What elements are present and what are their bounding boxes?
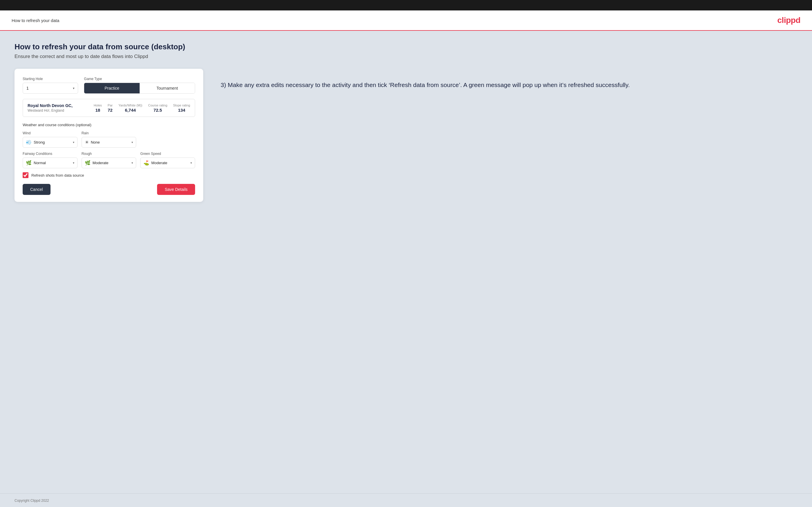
- fairway-rough-green-row: Fairway Conditions 🌿 Normal Soft Hard ▾ …: [22, 152, 195, 168]
- header-title: How to refresh your data: [12, 18, 59, 23]
- fairway-chevron-icon: ▾: [73, 161, 74, 164]
- form-card: Starting Hole 1 10 ▾ Game Type Practice …: [14, 69, 203, 202]
- slope-rating-value: 134: [173, 108, 190, 113]
- wind-label: Wind: [22, 131, 78, 135]
- rough-group: Rough 🌿 Moderate Light Heavy ▾: [82, 152, 137, 168]
- course-name: Royal North Devon GC,: [28, 103, 72, 108]
- course-stats: Holes 18 Par 72 Yards/White (M)) 6,744 C…: [94, 104, 190, 113]
- green-speed-icon: ⛳: [143, 160, 149, 166]
- rain-select-wrapper: ☀ None Light Heavy ▾: [82, 137, 137, 148]
- rough-select-wrapper: 🌿 Moderate Light Heavy ▾: [82, 158, 137, 168]
- footer-text: Copyright Clippd 2022: [14, 499, 49, 503]
- course-info-box: Royal North Devon GC, Westward Ho!, Engl…: [22, 99, 195, 117]
- course-stat-yards: Yards/White (M)) 6,744: [118, 104, 142, 113]
- rough-icon: 🌿: [85, 160, 91, 166]
- refresh-checkbox[interactable]: [22, 172, 29, 178]
- yards-value: 6,744: [118, 108, 142, 113]
- starting-hole-select[interactable]: 1 10: [22, 83, 78, 94]
- fairway-icon: 🌿: [26, 160, 32, 166]
- green-speed-select[interactable]: Moderate Slow Fast: [151, 161, 191, 165]
- holes-value: 18: [94, 108, 102, 113]
- wind-chevron-icon: ▾: [73, 141, 74, 144]
- page-heading: How to refresh your data from source (de…: [14, 42, 798, 51]
- green-speed-group: Green Speed ⛳ Moderate Slow Fast ▾: [140, 152, 195, 168]
- course-location: Westward Ho!, England: [28, 109, 72, 113]
- fairway-select-wrapper: 🌿 Normal Soft Hard ▾: [22, 158, 78, 168]
- yards-label: Yards/White (M)): [118, 104, 142, 107]
- wind-group: Wind 💨 Strong None Light Moderate ▾: [22, 131, 78, 148]
- game-type-buttons: Practice Tournament: [84, 83, 195, 94]
- rough-select[interactable]: Moderate Light Heavy: [93, 161, 132, 165]
- slope-rating-label: Slope rating: [173, 104, 190, 107]
- page-subheading: Ensure the correct and most up to date d…: [14, 54, 798, 59]
- starting-hole-label: Starting Hole: [22, 77, 78, 81]
- course-rating-value: 72.5: [148, 108, 167, 113]
- cancel-button[interactable]: Cancel: [22, 184, 51, 195]
- rain-icon: ☀: [85, 139, 89, 145]
- course-rating-label: Course rating: [148, 104, 167, 107]
- par-value: 72: [108, 108, 113, 113]
- game-type-label: Game Type: [84, 77, 195, 81]
- fairway-group: Fairway Conditions 🌿 Normal Soft Hard ▾: [22, 152, 78, 168]
- rough-chevron-icon: ▾: [132, 161, 133, 164]
- starting-hole-group: Starting Hole 1 10 ▾: [22, 77, 78, 94]
- wind-icon: 💨: [26, 139, 32, 145]
- course-stat-par: Par 72: [108, 104, 113, 113]
- description-text: 3) Make any extra edits necessary to the…: [221, 80, 798, 90]
- footer: Copyright Clippd 2022: [0, 493, 812, 507]
- rough-label: Rough: [82, 152, 137, 156]
- conditions-section-label: Weather and course conditions (optional): [22, 123, 195, 127]
- wind-select[interactable]: Strong None Light Moderate: [34, 140, 73, 145]
- refresh-checkbox-row: Refresh shots from data source: [22, 172, 195, 178]
- rain-chevron-icon: ▾: [132, 141, 133, 144]
- game-type-group: Game Type Practice Tournament: [84, 77, 195, 94]
- tournament-button[interactable]: Tournament: [140, 83, 195, 94]
- green-speed-select-wrapper: ⛳ Moderate Slow Fast ▾: [140, 158, 195, 168]
- header: How to refresh your data clippd: [0, 10, 812, 31]
- action-row: Cancel Save Details: [22, 184, 195, 195]
- top-bar: [0, 0, 812, 10]
- course-stat-course-rating: Course rating 72.5: [148, 104, 167, 113]
- top-form-row: Starting Hole 1 10 ▾ Game Type Practice …: [22, 77, 195, 94]
- practice-button[interactable]: Practice: [84, 83, 139, 94]
- description-panel: 3) Make any extra edits necessary to the…: [221, 69, 798, 90]
- green-speed-chevron-icon: ▾: [191, 161, 192, 164]
- logo: clippd: [777, 16, 800, 25]
- content-area: Starting Hole 1 10 ▾ Game Type Practice …: [14, 69, 798, 202]
- course-stat-slope-rating: Slope rating 134: [173, 104, 190, 113]
- rain-label: Rain: [82, 131, 137, 135]
- rain-group: Rain ☀ None Light Heavy ▾: [82, 131, 137, 148]
- holes-label: Holes: [94, 104, 102, 107]
- fairway-select[interactable]: Normal Soft Hard: [34, 161, 73, 165]
- rain-select[interactable]: None Light Heavy: [91, 140, 132, 145]
- course-stat-holes: Holes 18: [94, 104, 102, 113]
- spacer-group: [140, 131, 195, 148]
- green-speed-label: Green Speed: [140, 152, 195, 156]
- fairway-label: Fairway Conditions: [22, 152, 78, 156]
- refresh-label: Refresh shots from data source: [31, 173, 84, 177]
- save-details-button[interactable]: Save Details: [157, 184, 195, 195]
- starting-hole-select-wrapper: 1 10 ▾: [22, 83, 78, 94]
- par-label: Par: [108, 104, 113, 107]
- wind-rain-row: Wind 💨 Strong None Light Moderate ▾ Rain: [22, 131, 195, 148]
- course-name-location: Royal North Devon GC, Westward Ho!, Engl…: [28, 103, 72, 113]
- main-content: How to refresh your data from source (de…: [0, 31, 812, 493]
- wind-select-wrapper: 💨 Strong None Light Moderate ▾: [22, 137, 78, 148]
